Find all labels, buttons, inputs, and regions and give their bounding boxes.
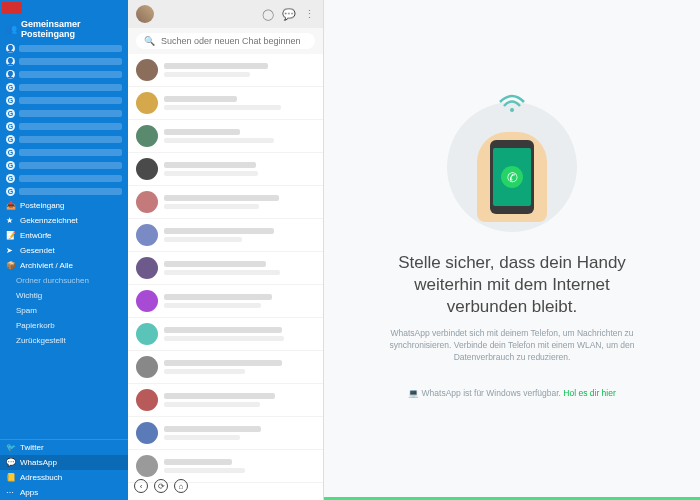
sidebar-account[interactable]: G bbox=[0, 146, 128, 159]
chat-item[interactable] bbox=[128, 252, 323, 285]
sidebar-title: Gemeinsamer Posteingang bbox=[21, 19, 122, 39]
connection-illustration: ✆ bbox=[447, 102, 577, 232]
folder-search-input[interactable] bbox=[16, 276, 122, 285]
chat-item[interactable] bbox=[128, 318, 323, 351]
sidebar-folder[interactable]: ➤Gesendet bbox=[0, 243, 128, 258]
folder-search[interactable] bbox=[0, 273, 128, 288]
download-notice: 💻 WhatsApp ist für Windows verfügbar. Ho… bbox=[408, 388, 616, 398]
app-logo bbox=[2, 2, 22, 14]
sidebar-account[interactable]: G bbox=[0, 133, 128, 146]
sidebar-account[interactable]: G bbox=[0, 159, 128, 172]
chat-column: ◯ 💬 ⋮ 🔍 bbox=[128, 0, 324, 500]
main-title: Stelle sicher, dass dein Handy weiterhin… bbox=[382, 252, 642, 318]
chat-item[interactable] bbox=[128, 54, 323, 87]
sidebar: 👥 Gemeinsamer Posteingang 👤👤👤GGGGGGGGG 📥… bbox=[0, 0, 128, 500]
sidebar-account[interactable]: G bbox=[0, 120, 128, 133]
user-avatar[interactable] bbox=[136, 5, 154, 23]
home-icon[interactable]: ⌂ bbox=[174, 479, 188, 493]
chat-item[interactable] bbox=[128, 219, 323, 252]
chat-item[interactable] bbox=[128, 384, 323, 417]
sidebar-account[interactable]: 👤 bbox=[0, 42, 128, 55]
chat-item[interactable] bbox=[128, 351, 323, 384]
refresh-icon[interactable]: ⟳ bbox=[154, 479, 168, 493]
sidebar-app-twitter[interactable]: 🐦Twitter bbox=[0, 440, 128, 455]
footer-controls: ‹ ⟳ ⌂ bbox=[130, 475, 192, 497]
people-icon: 👥 bbox=[6, 24, 17, 34]
chat-item[interactable] bbox=[128, 120, 323, 153]
sidebar-folder[interactable]: 📦Archiviert / Alle bbox=[0, 258, 128, 273]
sidebar-folder[interactable]: ★Gekennzeichnet bbox=[0, 213, 128, 228]
sidebar-header[interactable]: 👥 Gemeinsamer Posteingang bbox=[0, 16, 128, 42]
chat-list bbox=[128, 54, 323, 500]
sidebar-subfolder[interactable]: Zurückgestellt bbox=[0, 333, 128, 348]
sidebar-account[interactable]: G bbox=[0, 94, 128, 107]
sidebar-subfolder[interactable]: Wichtig bbox=[0, 288, 128, 303]
sidebar-folder[interactable]: 📥Posteingang bbox=[0, 198, 128, 213]
search-icon: 🔍 bbox=[144, 36, 155, 46]
chat-item[interactable] bbox=[128, 87, 323, 120]
sidebar-folder[interactable]: 📝Entwürfe bbox=[0, 228, 128, 243]
chat-item[interactable] bbox=[128, 186, 323, 219]
main-panel: ✆ Stelle sicher, dass dein Handy weiterh… bbox=[324, 0, 700, 500]
sidebar-app-apps[interactable]: ⋯Apps bbox=[0, 485, 128, 500]
download-link[interactable]: Hol es dir hier bbox=[563, 388, 615, 398]
sidebar-account[interactable]: G bbox=[0, 185, 128, 198]
chat-search-input[interactable] bbox=[161, 36, 307, 46]
main-subtitle: WhatsApp verbindet sich mit deinem Telef… bbox=[382, 328, 642, 364]
sidebar-account[interactable]: 👤 bbox=[0, 68, 128, 81]
sidebar-account[interactable]: G bbox=[0, 81, 128, 94]
sidebar-subfolder[interactable]: Papierkorb bbox=[0, 318, 128, 333]
chat-header: ◯ 💬 ⋮ bbox=[128, 0, 323, 28]
chat-item[interactable] bbox=[128, 153, 323, 186]
whatsapp-icon: ✆ bbox=[501, 166, 523, 188]
wifi-icon bbox=[497, 94, 527, 119]
chat-item[interactable] bbox=[128, 285, 323, 318]
chat-item[interactable] bbox=[128, 417, 323, 450]
sidebar-account[interactable]: 👤 bbox=[0, 55, 128, 68]
sidebar-subfolder[interactable]: Spam bbox=[0, 303, 128, 318]
back-icon[interactable]: ‹ bbox=[134, 479, 148, 493]
chat-search: 🔍 bbox=[128, 28, 323, 54]
sidebar-app-whatsapp[interactable]: 💬WhatsApp bbox=[0, 455, 128, 470]
new-chat-icon[interactable]: 💬 bbox=[282, 8, 296, 21]
menu-icon[interactable]: ⋮ bbox=[304, 8, 315, 21]
sidebar-account[interactable]: G bbox=[0, 172, 128, 185]
sidebar-account[interactable]: G bbox=[0, 107, 128, 120]
status-icon[interactable]: ◯ bbox=[262, 8, 274, 21]
sidebar-app-adressbuch[interactable]: 📒Adressbuch bbox=[0, 470, 128, 485]
svg-point-0 bbox=[510, 108, 514, 112]
